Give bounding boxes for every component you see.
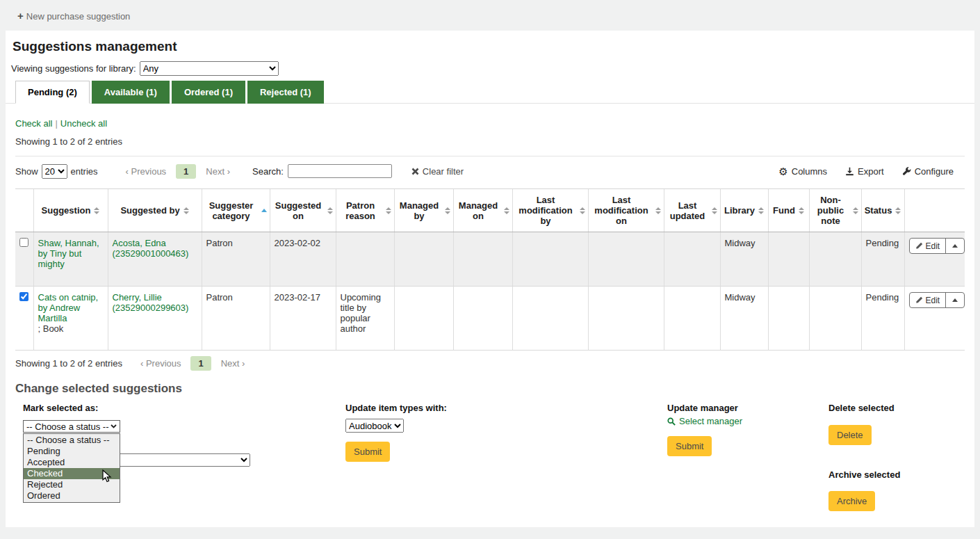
export-button[interactable]: Export bbox=[845, 166, 884, 177]
check-all-link[interactable]: Check all bbox=[15, 118, 52, 129]
table-tools: ⚙ Columns Export Configure bbox=[778, 166, 954, 177]
page-number-button[interactable]: 1 bbox=[190, 356, 211, 371]
sort-icon bbox=[758, 207, 764, 214]
suggester-category-cell: Patron bbox=[202, 287, 270, 351]
sort-icon bbox=[386, 207, 391, 214]
page-number-button[interactable]: 1 bbox=[176, 164, 196, 179]
new-purchase-suggestion-link[interactable]: +New purchase suggestion bbox=[17, 11, 130, 22]
status-option[interactable]: Ordered bbox=[24, 490, 120, 501]
entries-label: entries bbox=[71, 166, 98, 177]
suggested-by-link[interactable]: Acosta, Edna (23529001000463) bbox=[113, 238, 189, 259]
status-select[interactable]: -- Choose a status -- bbox=[23, 420, 120, 433]
main-content: Suggestions management Viewing suggestio… bbox=[6, 31, 974, 527]
search-icon bbox=[667, 417, 676, 426]
suggestion-link[interactable]: Shaw, Hannah, by Tiny but mighty bbox=[38, 238, 99, 269]
chevron-right-icon: › bbox=[227, 166, 230, 177]
item-types-submit-button[interactable]: Submit bbox=[345, 442, 390, 462]
sort-icon bbox=[853, 207, 858, 214]
managed-on-cell bbox=[453, 232, 512, 287]
status-option[interactable]: -- Choose a status -- bbox=[24, 435, 120, 446]
last-modification-by-cell bbox=[512, 287, 588, 351]
suggested-by-link[interactable]: Cherry, Lillie (23529000299603) bbox=[113, 292, 189, 313]
column-header-suggested-by[interactable]: Suggested by bbox=[108, 189, 202, 232]
uncheck-all-link[interactable]: Uncheck all bbox=[60, 118, 107, 129]
column-header-status[interactable]: Status bbox=[861, 189, 904, 232]
edit-split-button: Edit bbox=[909, 238, 965, 254]
suggestion-link[interactable]: Cats on catnip, by Andrew Martilla bbox=[38, 292, 99, 323]
tab-rejected[interactable]: Rejected (1) bbox=[247, 81, 324, 104]
sort-icon bbox=[895, 207, 901, 214]
page-title: Suggestions management bbox=[6, 31, 974, 61]
tab-available[interactable]: Available (1) bbox=[92, 81, 170, 104]
delete-archive-column: Delete selected Delete Archive selected … bbox=[828, 396, 967, 528]
new-purchase-suggestion-label: New purchase suggestion bbox=[26, 11, 131, 22]
status-option[interactable]: Accepted bbox=[24, 457, 120, 468]
column-header-managed-on[interactable]: Managed on bbox=[453, 189, 512, 232]
sort-icon bbox=[183, 207, 189, 214]
delete-button[interactable]: Delete bbox=[828, 425, 872, 445]
showing-entries-bottom: Showing 1 to 2 of 2 entries bbox=[15, 358, 122, 369]
search-label: Search: bbox=[252, 166, 284, 177]
wrench-icon bbox=[902, 167, 911, 176]
clear-filter-button[interactable]: Clear filter bbox=[411, 166, 464, 177]
mark-selected-column: Mark selected as: -- Choose a status -- … bbox=[23, 396, 287, 533]
chevron-down-icon bbox=[111, 424, 117, 428]
sort-icon bbox=[94, 207, 99, 214]
column-header-patron-reason[interactable]: Patron reason bbox=[336, 189, 394, 232]
pagination-bottom: ‹ Previous 1 Next › bbox=[140, 356, 245, 371]
sort-asc-icon bbox=[261, 209, 267, 212]
column-header-library[interactable]: Library bbox=[720, 189, 768, 232]
tab-pending[interactable]: Pending (2) bbox=[15, 81, 90, 104]
library-select[interactable]: Any bbox=[140, 61, 279, 76]
columns-button[interactable]: ⚙ Columns bbox=[778, 166, 827, 177]
pencil-icon bbox=[915, 296, 923, 304]
tab-ordered[interactable]: Ordered (1) bbox=[172, 81, 245, 104]
row-checkbox[interactable] bbox=[19, 292, 28, 301]
status-cell: Pending bbox=[861, 232, 904, 287]
item-types-label: Update item types with: bbox=[345, 403, 447, 413]
sort-icon bbox=[580, 207, 585, 214]
non-public-note-cell bbox=[809, 287, 861, 351]
download-icon bbox=[845, 167, 854, 176]
next-button[interactable]: Next › bbox=[206, 166, 230, 177]
column-header-fund[interactable]: Fund bbox=[768, 189, 809, 232]
configure-button[interactable]: Configure bbox=[902, 166, 954, 177]
update-manager-submit-button[interactable]: Submit bbox=[667, 436, 712, 456]
column-header-last-modification-on[interactable]: Last modification on bbox=[588, 189, 664, 232]
edit-dropdown-toggle[interactable] bbox=[945, 239, 964, 253]
select-manager-link[interactable]: Select manager bbox=[667, 416, 742, 426]
edit-button[interactable]: Edit bbox=[910, 239, 946, 253]
search-area: Search: bbox=[252, 164, 392, 178]
table-controls: Show 20 entries ‹ Previous 1 Next › Sear… bbox=[15, 163, 965, 179]
column-header-last-updated[interactable]: Last updated bbox=[664, 189, 720, 232]
item-type-select[interactable]: Audiobook bbox=[345, 419, 404, 433]
column-header-suggestion[interactable]: Suggestion bbox=[33, 189, 108, 232]
table-row: Shaw, Hannah, by Tiny but mighty Acosta,… bbox=[15, 232, 965, 287]
column-header-managed-by[interactable]: Managed by bbox=[394, 189, 453, 232]
page-length-select[interactable]: 20 bbox=[42, 164, 67, 179]
column-header-non-public-note[interactable]: Non-public note bbox=[809, 189, 861, 232]
edit-button[interactable]: Edit bbox=[910, 293, 946, 307]
suggested-on-cell: 2023-02-02 bbox=[270, 232, 336, 287]
caret-up-icon bbox=[952, 298, 958, 302]
column-header-suggester-category[interactable]: Suggester category bbox=[202, 189, 270, 232]
edit-dropdown-toggle[interactable] bbox=[945, 293, 964, 307]
previous-button[interactable]: ‹ Previous bbox=[140, 358, 181, 369]
library-filter-label: Viewing suggestions for library: bbox=[11, 63, 136, 74]
row-checkbox[interactable] bbox=[19, 238, 28, 247]
caret-up-icon bbox=[952, 244, 958, 248]
sort-icon bbox=[327, 207, 333, 214]
next-button[interactable]: Next › bbox=[221, 358, 245, 369]
archive-selected-label: Archive selected bbox=[828, 469, 900, 480]
managed-on-cell bbox=[453, 287, 512, 351]
top-toolbar: +New purchase suggestion bbox=[0, 0, 980, 31]
search-input[interactable] bbox=[288, 164, 392, 178]
mark-selected-label: Mark selected as: bbox=[23, 403, 98, 413]
last-modification-on-cell bbox=[588, 232, 664, 287]
fund-cell bbox=[768, 232, 809, 287]
column-header-suggested-on[interactable]: Suggested on bbox=[270, 189, 336, 232]
previous-button[interactable]: ‹ Previous bbox=[126, 166, 167, 177]
status-option[interactable]: Pending bbox=[24, 446, 120, 457]
archive-button[interactable]: Archive bbox=[828, 491, 875, 511]
column-header-last-modification-by[interactable]: Last modification by bbox=[512, 189, 588, 232]
